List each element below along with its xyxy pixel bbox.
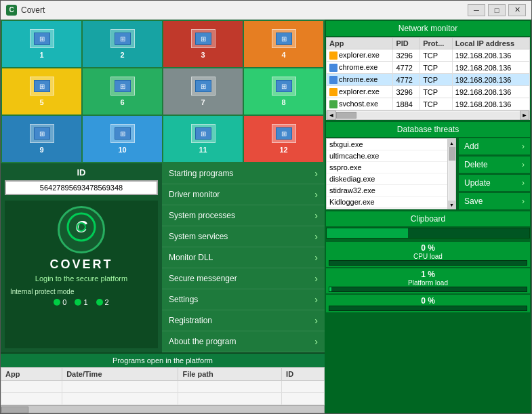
tile-12[interactable]: 12 (244, 116, 323, 162)
dot-indicator-1 (75, 299, 81, 306)
tile-num: 1 (39, 51, 43, 59)
col-app: App (1, 368, 62, 381)
tile-3[interactable]: 3 (163, 21, 243, 67)
tile-6[interactable]: 6 (83, 68, 162, 115)
tile-8[interactable]: 8 (244, 68, 323, 115)
tile-num: 11 (199, 146, 207, 154)
menu-arrow-icon: › (314, 273, 318, 284)
tile-grid: 1 2 3 4 5 6 7 8 (1, 20, 325, 163)
menu-label: Driver monitor (169, 190, 220, 199)
tile-10[interactable]: 10 (83, 116, 162, 162)
net-app: chrome.exe (327, 74, 393, 86)
cpu-bar-container (329, 260, 527, 266)
tile-icon-inner (115, 80, 131, 92)
menu-item-monitor-dll[interactable]: Monitor DLL › (162, 247, 325, 268)
dot-indicator-2 (96, 299, 103, 306)
tile-11[interactable]: 11 (163, 116, 243, 162)
maximize-button[interactable]: □ (488, 4, 506, 16)
net-col-ip: Local IP address (452, 38, 529, 49)
tile-icon-inner (195, 127, 211, 140)
tile-2[interactable]: 2 (83, 21, 162, 67)
net-prot: TCP (420, 86, 453, 98)
menu-label: System services (169, 232, 228, 241)
btn-arrow-icon: › (522, 142, 525, 151)
clipboard-section: Clipboard (326, 211, 530, 240)
cpu-load-item: 0 % CPU load (326, 242, 530, 267)
menu-item-about-program[interactable]: About the program › (162, 331, 325, 352)
tile-num: 2 (120, 51, 124, 59)
dot-label-2: 2 (105, 298, 109, 306)
tile-num: 8 (281, 98, 285, 106)
network-monitor: Network monitor App PID Prot... Local IP… (326, 21, 530, 120)
tile-icon (110, 77, 135, 96)
db-btn-add[interactable]: Add› (459, 138, 530, 154)
tile-9[interactable]: 9 (2, 116, 81, 162)
scroll-thumb (336, 112, 356, 119)
net-ip: 192.168.208.136 (452, 49, 529, 62)
tile-icon-inner (195, 80, 211, 92)
table-row[interactable] (1, 393, 325, 405)
table-row[interactable]: explorer.exe 3296 TCP 192.168.208.136 (327, 86, 530, 98)
net-prot: TCP (420, 98, 453, 110)
menu-item-driver-monitor[interactable]: Driver monitor › (162, 184, 325, 205)
net-col-pid: PID (393, 38, 420, 49)
close-button[interactable]: ✕ (508, 4, 526, 16)
menu-item-starting-programs[interactable]: Starting programs › (162, 163, 325, 184)
list-item[interactable]: diskediag.exe (327, 173, 447, 185)
db-threats-content: sfxgui.exeultimcache.exesspro.exediskedi… (326, 138, 530, 209)
list-item[interactable]: stidraw32.exe (327, 185, 447, 196)
db-btn-update[interactable]: Update› (459, 175, 530, 191)
menu-item-system-services[interactable]: System services › (162, 226, 325, 247)
protect-mode-label: Internal protect mode (10, 288, 75, 295)
list-item[interactable]: ultimcache.exe (327, 150, 447, 162)
menu-label: Settings (169, 295, 198, 304)
tile-num: 6 (120, 98, 124, 106)
db-btn-save[interactable]: Save› (459, 193, 530, 209)
net-prot: TCP (420, 49, 453, 62)
scrollbar-thumb[interactable] (1, 407, 28, 413)
db-btn-delete[interactable]: Delete› (459, 157, 530, 173)
tile-1[interactable]: 1 (2, 21, 81, 67)
id-label: ID (77, 167, 86, 178)
menu-item-registration[interactable]: Registration › (162, 310, 325, 331)
db-scroll-down[interactable]: ▼ (448, 201, 456, 209)
table-row[interactable]: chrome.exe 4772 TCP 192.168.208.136 (327, 62, 530, 74)
horizontal-scrollbar[interactable] (1, 405, 325, 413)
menu-item-secure-messenger[interactable]: Secure messenger › (162, 268, 325, 289)
net-col-prot: Prot... (420, 38, 453, 49)
scroll-left-btn[interactable]: ◄ (327, 110, 336, 120)
load-section: 0 % CPU load 1 % Platform load 0 % (326, 242, 530, 312)
net-pid: 3296 (393, 49, 420, 62)
tile-icon (110, 29, 135, 48)
table-row[interactable]: svchost.exe 1884 TCP 192.168.208.136 (327, 98, 530, 110)
table-row[interactable]: chrome.exe 4772 TCP 192.168.208.136 (327, 74, 530, 86)
list-item[interactable]: sspro.exe (327, 162, 447, 173)
tile-icon (272, 29, 296, 48)
network-scrollbar[interactable]: ◄ ► (326, 110, 530, 120)
tile-7[interactable]: 7 (163, 68, 243, 115)
net-app: explorer.exe (327, 86, 393, 98)
minimize-button[interactable]: ─ (468, 4, 485, 16)
table-row[interactable] (1, 381, 325, 393)
menu-label: Monitor DLL (169, 253, 213, 262)
btn-arrow-icon: › (522, 196, 525, 206)
menu-item-system-processes[interactable]: System processes › (162, 205, 325, 226)
tile-icon-inner (195, 33, 211, 45)
tile-icon-inner (276, 33, 292, 45)
tile-5[interactable]: 5 (2, 68, 81, 115)
db-scrollbar[interactable]: ▲ ▼ (447, 139, 455, 209)
menu-arrow-icon: › (314, 231, 318, 242)
tile-num: 12 (279, 146, 287, 154)
tile-icon (110, 124, 135, 143)
protect-dots: 0 1 2 (54, 298, 108, 306)
menu-arrow-icon: › (314, 189, 318, 200)
menu-item-settings[interactable]: Settings › (162, 289, 325, 310)
list-item[interactable]: sfxgui.exe (327, 139, 447, 150)
table-row[interactable]: explorer.exe 3296 TCP 192.168.208.136 (327, 49, 530, 62)
tile-4[interactable]: 4 (244, 21, 323, 67)
tile-num: 10 (118, 146, 126, 154)
db-scroll-up[interactable]: ▲ (448, 139, 456, 147)
tile-icon-inner (34, 33, 50, 45)
list-item[interactable]: Kidlogger.exe (327, 196, 447, 208)
scroll-right-btn[interactable]: ► (520, 110, 529, 120)
